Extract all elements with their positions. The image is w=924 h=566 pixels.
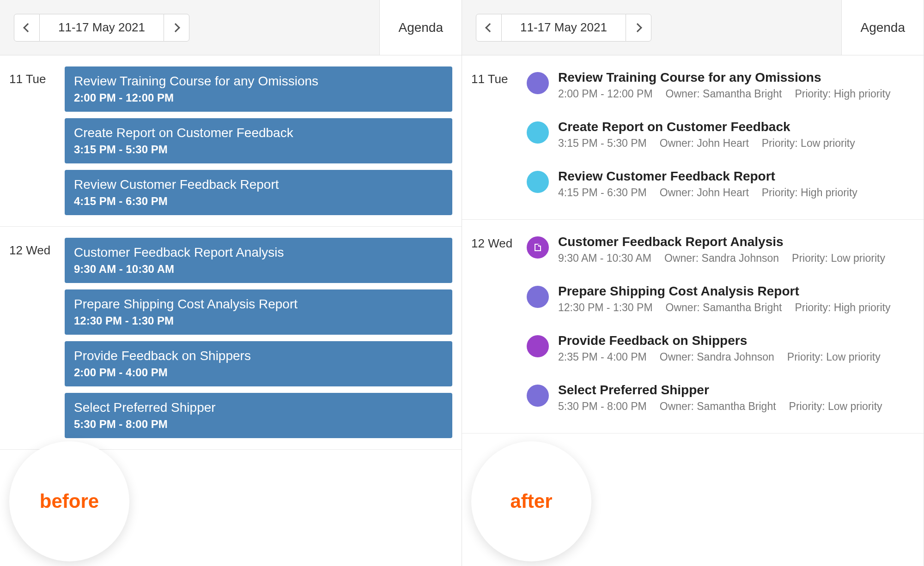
resource-dot-icon: [527, 335, 549, 357]
resource-dot-icon: [527, 121, 549, 144]
event-content: Select Preferred Shipper5:30 PM - 8:00 P…: [558, 383, 914, 413]
before-badge: before: [9, 441, 129, 561]
event-owner: Owner: Sandra Johnson: [660, 351, 774, 363]
event-content: Customer Feedback Report Analysis9:30 AM…: [558, 235, 914, 265]
badge-label: before: [40, 490, 99, 512]
event-title: Review Training Course for any Omissions: [74, 74, 443, 89]
event-title: Prepare Shipping Cost Analysis Report: [558, 284, 914, 299]
resource-dot-icon: [527, 286, 549, 308]
agenda-event[interactable]: Select Preferred Shipper5:30 PM - 8:00 P…: [65, 393, 452, 438]
resource-dot-icon: [527, 236, 549, 259]
agenda-event[interactable]: Create Report on Customer Feedback3:15 P…: [527, 116, 914, 159]
event-priority: Priority: Low priority: [787, 351, 881, 363]
event-time: 2:35 PM - 4:00 PM: [558, 351, 647, 363]
badge-label: after: [510, 490, 552, 512]
before-pane: 11-17 May 2021 Agenda 11 TueReview Train…: [0, 0, 462, 566]
event-owner: Owner: John Heart: [660, 137, 749, 150]
event-time: 4:15 PM - 6:30 PM: [74, 195, 443, 208]
agenda-event[interactable]: Prepare Shipping Cost Analysis Report12:…: [65, 289, 452, 335]
event-time: 2:00 PM - 12:00 PM: [558, 88, 653, 100]
event-title: Provide Feedback on Shippers: [74, 349, 443, 363]
event-title: Select Preferred Shipper: [558, 383, 914, 397]
event-time: 2:00 PM - 4:00 PM: [74, 366, 443, 379]
event-time: 3:15 PM - 5:30 PM: [558, 137, 647, 150]
event-time: 9:30 AM - 10:30 AM: [558, 252, 651, 265]
day-label: 12 Wed: [462, 231, 527, 422]
toolbar: 11-17 May 2021 Agenda: [0, 0, 462, 55]
event-owner: Owner: Samantha Bright: [666, 301, 782, 314]
day-label: 12 Wed: [0, 238, 65, 438]
event-time: 3:15 PM - 5:30 PM: [74, 143, 443, 156]
event-content: Review Customer Feedback Report4:15 PM -…: [558, 169, 914, 199]
tab-agenda[interactable]: Agenda: [841, 0, 924, 55]
resource-dot-icon: [527, 171, 549, 193]
event-time: 12:30 PM - 1:30 PM: [74, 314, 443, 327]
prev-button[interactable]: [476, 14, 502, 42]
events-column: Customer Feedback Report Analysis9:30 AM…: [65, 238, 462, 438]
day-block: 11 TueReview Training Course for any Omi…: [0, 55, 462, 227]
event-owner: Owner: Sandra Johnson: [664, 252, 779, 265]
agenda-event[interactable]: Review Training Course for any Omissions…: [527, 66, 914, 109]
event-title: Create Report on Customer Feedback: [558, 120, 914, 134]
day-block: 12 WedCustomer Feedback Report Analysis9…: [462, 220, 924, 434]
toolbar: 11-17 May 2021 Agenda: [462, 0, 924, 55]
date-nav: 11-17 May 2021: [476, 14, 651, 42]
prev-button[interactable]: [14, 14, 40, 42]
event-title: Prepare Shipping Cost Analysis Report: [74, 297, 443, 312]
agenda-event[interactable]: Review Customer Feedback Report4:15 PM -…: [65, 170, 452, 215]
chevron-left-icon: [23, 23, 32, 32]
next-button[interactable]: [164, 14, 189, 42]
date-nav: 11-17 May 2021: [14, 14, 189, 42]
event-priority: Priority: High priority: [795, 301, 890, 314]
event-owner: Owner: Samantha Bright: [660, 400, 776, 413]
day-block: 11 TueReview Training Course for any Omi…: [462, 55, 924, 220]
next-button[interactable]: [626, 14, 651, 42]
agenda-event[interactable]: Review Training Course for any Omissions…: [65, 66, 452, 112]
event-time: 5:30 PM - 8:00 PM: [74, 418, 443, 431]
event-owner: Owner: Samantha Bright: [666, 88, 782, 100]
event-title: Provide Feedback on Shippers: [558, 333, 914, 348]
event-meta: 5:30 PM - 8:00 PMOwner: Samantha BrightP…: [558, 400, 914, 413]
event-meta: 2:35 PM - 4:00 PMOwner: Sandra JohnsonPr…: [558, 351, 914, 363]
agenda-event[interactable]: Select Preferred Shipper5:30 PM - 8:00 P…: [527, 379, 914, 422]
date-range-label[interactable]: 11-17 May 2021: [502, 14, 626, 42]
chevron-right-icon: [633, 23, 642, 32]
after-pane: 11-17 May 2021 Agenda 11 TueReview Train…: [462, 0, 924, 566]
date-range-label[interactable]: 11-17 May 2021: [40, 14, 164, 42]
agenda-event[interactable]: Review Customer Feedback Report4:15 PM -…: [527, 165, 914, 208]
event-title: Select Preferred Shipper: [74, 400, 443, 415]
export-icon: [532, 242, 543, 253]
agenda-event[interactable]: Create Report on Customer Feedback3:15 P…: [65, 118, 452, 163]
event-meta: 4:15 PM - 6:30 PMOwner: John HeartPriori…: [558, 187, 914, 199]
event-meta: 9:30 AM - 10:30 AMOwner: Sandra JohnsonP…: [558, 252, 914, 265]
agenda-event[interactable]: Provide Feedback on Shippers2:35 PM - 4:…: [527, 330, 914, 373]
day-label: 11 Tue: [462, 66, 527, 208]
event-content: Provide Feedback on Shippers2:35 PM - 4:…: [558, 333, 914, 363]
resource-dot-icon: [527, 385, 549, 407]
event-title: Create Report on Customer Feedback: [74, 126, 443, 140]
event-content: Create Report on Customer Feedback3:15 P…: [558, 120, 914, 150]
event-priority: Priority: High priority: [762, 187, 857, 199]
event-owner: Owner: John Heart: [660, 187, 749, 199]
event-meta: 2:00 PM - 12:00 PMOwner: Samantha Bright…: [558, 88, 914, 100]
event-time: 12:30 PM - 1:30 PM: [558, 301, 653, 314]
event-time: 5:30 PM - 8:00 PM: [558, 400, 647, 413]
event-title: Review Training Course for any Omissions: [558, 70, 914, 85]
tab-agenda[interactable]: Agenda: [379, 0, 462, 55]
events-column: Review Training Course for any Omissions…: [527, 66, 924, 208]
agenda-event[interactable]: Customer Feedback Report Analysis9:30 AM…: [65, 238, 452, 283]
events-column: Customer Feedback Report Analysis9:30 AM…: [527, 231, 924, 422]
event-meta: 3:15 PM - 5:30 PMOwner: John HeartPriori…: [558, 137, 914, 150]
event-priority: Priority: Low priority: [792, 252, 885, 265]
events-column: Review Training Course for any Omissions…: [65, 66, 462, 215]
event-priority: Priority: Low priority: [762, 137, 855, 150]
chevron-right-icon: [171, 23, 180, 32]
event-content: Prepare Shipping Cost Analysis Report12:…: [558, 284, 914, 314]
event-priority: Priority: Low priority: [789, 400, 882, 413]
agenda-event[interactable]: Prepare Shipping Cost Analysis Report12:…: [527, 280, 914, 323]
event-time: 9:30 AM - 10:30 AM: [74, 263, 443, 276]
agenda-event[interactable]: Customer Feedback Report Analysis9:30 AM…: [527, 231, 914, 274]
event-time: 4:15 PM - 6:30 PM: [558, 187, 647, 199]
agenda-event[interactable]: Provide Feedback on Shippers2:00 PM - 4:…: [65, 341, 452, 386]
after-badge: after: [471, 441, 591, 561]
